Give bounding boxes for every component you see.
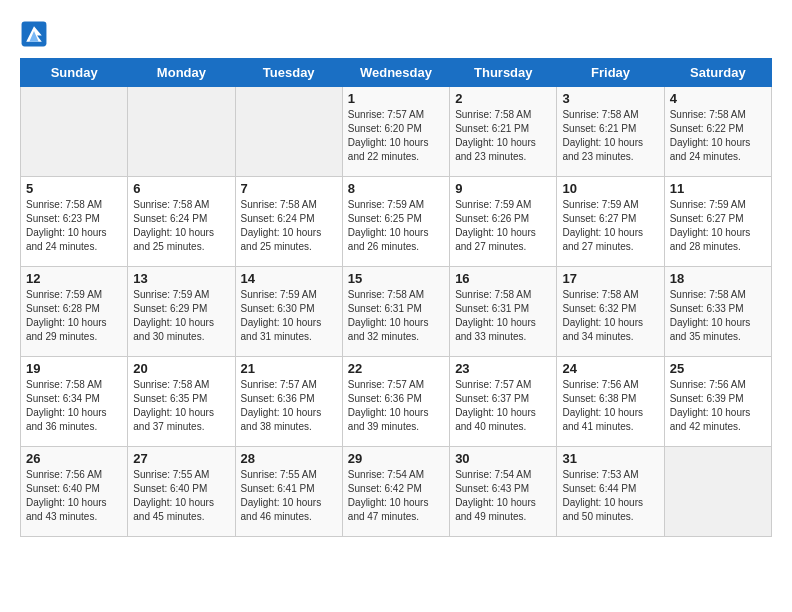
day-number: 11 [670, 181, 766, 196]
day-cell: 20Sunrise: 7:58 AMSunset: 6:35 PMDayligh… [128, 357, 235, 447]
day-info: Sunrise: 7:53 AMSunset: 6:44 PMDaylight:… [562, 468, 658, 524]
day-info: Sunrise: 7:58 AMSunset: 6:23 PMDaylight:… [26, 198, 122, 254]
day-number: 21 [241, 361, 337, 376]
day-number: 30 [455, 451, 551, 466]
calendar-table: SundayMondayTuesdayWednesdayThursdayFrid… [20, 58, 772, 537]
week-row-1: 1Sunrise: 7:57 AMSunset: 6:20 PMDaylight… [21, 87, 772, 177]
day-number: 3 [562, 91, 658, 106]
day-cell: 3Sunrise: 7:58 AMSunset: 6:21 PMDaylight… [557, 87, 664, 177]
header-saturday: Saturday [664, 59, 771, 87]
day-number: 7 [241, 181, 337, 196]
day-info: Sunrise: 7:58 AMSunset: 6:33 PMDaylight:… [670, 288, 766, 344]
day-cell: 9Sunrise: 7:59 AMSunset: 6:26 PMDaylight… [450, 177, 557, 267]
day-number: 23 [455, 361, 551, 376]
day-number: 6 [133, 181, 229, 196]
day-cell: 10Sunrise: 7:59 AMSunset: 6:27 PMDayligh… [557, 177, 664, 267]
day-cell [21, 87, 128, 177]
header-monday: Monday [128, 59, 235, 87]
day-info: Sunrise: 7:54 AMSunset: 6:43 PMDaylight:… [455, 468, 551, 524]
day-number: 20 [133, 361, 229, 376]
header-wednesday: Wednesday [342, 59, 449, 87]
day-number: 25 [670, 361, 766, 376]
day-cell [664, 447, 771, 537]
day-number: 5 [26, 181, 122, 196]
day-number: 12 [26, 271, 122, 286]
day-cell: 26Sunrise: 7:56 AMSunset: 6:40 PMDayligh… [21, 447, 128, 537]
day-info: Sunrise: 7:56 AMSunset: 6:40 PMDaylight:… [26, 468, 122, 524]
day-number: 9 [455, 181, 551, 196]
day-info: Sunrise: 7:58 AMSunset: 6:21 PMDaylight:… [562, 108, 658, 164]
day-cell: 4Sunrise: 7:58 AMSunset: 6:22 PMDaylight… [664, 87, 771, 177]
day-info: Sunrise: 7:58 AMSunset: 6:35 PMDaylight:… [133, 378, 229, 434]
day-info: Sunrise: 7:58 AMSunset: 6:21 PMDaylight:… [455, 108, 551, 164]
day-cell: 28Sunrise: 7:55 AMSunset: 6:41 PMDayligh… [235, 447, 342, 537]
day-info: Sunrise: 7:59 AMSunset: 6:27 PMDaylight:… [670, 198, 766, 254]
day-info: Sunrise: 7:58 AMSunset: 6:24 PMDaylight:… [133, 198, 229, 254]
day-cell: 13Sunrise: 7:59 AMSunset: 6:29 PMDayligh… [128, 267, 235, 357]
day-number: 8 [348, 181, 444, 196]
header-thursday: Thursday [450, 59, 557, 87]
header-tuesday: Tuesday [235, 59, 342, 87]
day-info: Sunrise: 7:58 AMSunset: 6:24 PMDaylight:… [241, 198, 337, 254]
day-info: Sunrise: 7:58 AMSunset: 6:31 PMDaylight:… [348, 288, 444, 344]
day-number: 19 [26, 361, 122, 376]
day-number: 15 [348, 271, 444, 286]
day-number: 31 [562, 451, 658, 466]
logo-icon [20, 20, 48, 48]
day-info: Sunrise: 7:55 AMSunset: 6:40 PMDaylight:… [133, 468, 229, 524]
day-cell: 24Sunrise: 7:56 AMSunset: 6:38 PMDayligh… [557, 357, 664, 447]
day-info: Sunrise: 7:59 AMSunset: 6:27 PMDaylight:… [562, 198, 658, 254]
day-cell: 27Sunrise: 7:55 AMSunset: 6:40 PMDayligh… [128, 447, 235, 537]
day-cell: 6Sunrise: 7:58 AMSunset: 6:24 PMDaylight… [128, 177, 235, 267]
day-info: Sunrise: 7:57 AMSunset: 6:36 PMDaylight:… [241, 378, 337, 434]
day-number: 14 [241, 271, 337, 286]
day-info: Sunrise: 7:58 AMSunset: 6:32 PMDaylight:… [562, 288, 658, 344]
day-cell: 25Sunrise: 7:56 AMSunset: 6:39 PMDayligh… [664, 357, 771, 447]
week-row-5: 26Sunrise: 7:56 AMSunset: 6:40 PMDayligh… [21, 447, 772, 537]
day-cell: 5Sunrise: 7:58 AMSunset: 6:23 PMDaylight… [21, 177, 128, 267]
day-number: 27 [133, 451, 229, 466]
day-cell: 22Sunrise: 7:57 AMSunset: 6:36 PMDayligh… [342, 357, 449, 447]
day-number: 28 [241, 451, 337, 466]
day-number: 24 [562, 361, 658, 376]
day-number: 18 [670, 271, 766, 286]
day-info: Sunrise: 7:58 AMSunset: 6:22 PMDaylight:… [670, 108, 766, 164]
day-info: Sunrise: 7:56 AMSunset: 6:38 PMDaylight:… [562, 378, 658, 434]
header-friday: Friday [557, 59, 664, 87]
day-cell: 7Sunrise: 7:58 AMSunset: 6:24 PMDaylight… [235, 177, 342, 267]
day-info: Sunrise: 7:58 AMSunset: 6:31 PMDaylight:… [455, 288, 551, 344]
day-number: 16 [455, 271, 551, 286]
day-cell: 12Sunrise: 7:59 AMSunset: 6:28 PMDayligh… [21, 267, 128, 357]
header-sunday: Sunday [21, 59, 128, 87]
week-row-4: 19Sunrise: 7:58 AMSunset: 6:34 PMDayligh… [21, 357, 772, 447]
day-info: Sunrise: 7:59 AMSunset: 6:30 PMDaylight:… [241, 288, 337, 344]
day-cell: 21Sunrise: 7:57 AMSunset: 6:36 PMDayligh… [235, 357, 342, 447]
day-number: 4 [670, 91, 766, 106]
day-cell: 2Sunrise: 7:58 AMSunset: 6:21 PMDaylight… [450, 87, 557, 177]
day-info: Sunrise: 7:59 AMSunset: 6:28 PMDaylight:… [26, 288, 122, 344]
day-info: Sunrise: 7:59 AMSunset: 6:29 PMDaylight:… [133, 288, 229, 344]
day-cell: 8Sunrise: 7:59 AMSunset: 6:25 PMDaylight… [342, 177, 449, 267]
day-cell: 16Sunrise: 7:58 AMSunset: 6:31 PMDayligh… [450, 267, 557, 357]
day-cell [128, 87, 235, 177]
day-number: 10 [562, 181, 658, 196]
day-info: Sunrise: 7:57 AMSunset: 6:37 PMDaylight:… [455, 378, 551, 434]
day-cell: 29Sunrise: 7:54 AMSunset: 6:42 PMDayligh… [342, 447, 449, 537]
day-cell [235, 87, 342, 177]
day-number: 2 [455, 91, 551, 106]
day-cell: 14Sunrise: 7:59 AMSunset: 6:30 PMDayligh… [235, 267, 342, 357]
day-number: 17 [562, 271, 658, 286]
header-row: SundayMondayTuesdayWednesdayThursdayFrid… [21, 59, 772, 87]
day-number: 1 [348, 91, 444, 106]
day-info: Sunrise: 7:55 AMSunset: 6:41 PMDaylight:… [241, 468, 337, 524]
day-info: Sunrise: 7:59 AMSunset: 6:25 PMDaylight:… [348, 198, 444, 254]
day-number: 13 [133, 271, 229, 286]
day-cell: 1Sunrise: 7:57 AMSunset: 6:20 PMDaylight… [342, 87, 449, 177]
logo [20, 20, 52, 48]
day-cell: 30Sunrise: 7:54 AMSunset: 6:43 PMDayligh… [450, 447, 557, 537]
day-info: Sunrise: 7:57 AMSunset: 6:36 PMDaylight:… [348, 378, 444, 434]
day-cell: 18Sunrise: 7:58 AMSunset: 6:33 PMDayligh… [664, 267, 771, 357]
day-cell: 31Sunrise: 7:53 AMSunset: 6:44 PMDayligh… [557, 447, 664, 537]
day-info: Sunrise: 7:56 AMSunset: 6:39 PMDaylight:… [670, 378, 766, 434]
week-row-2: 5Sunrise: 7:58 AMSunset: 6:23 PMDaylight… [21, 177, 772, 267]
